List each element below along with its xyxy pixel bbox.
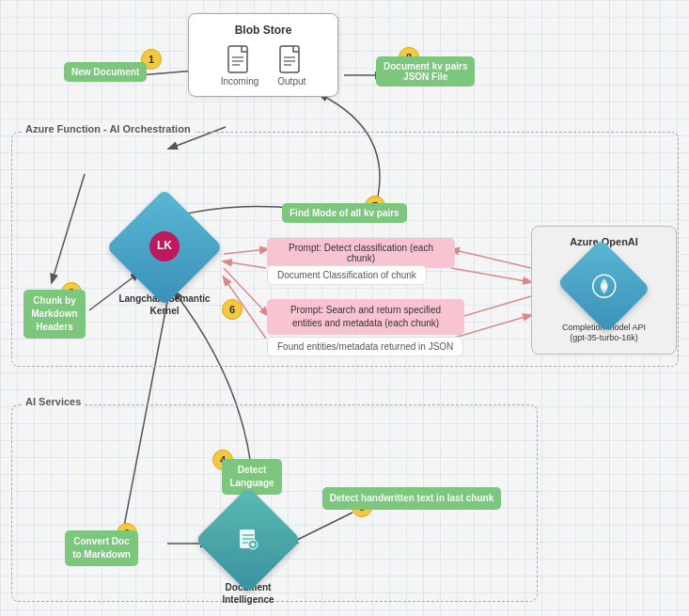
azure-openai-box: Azure OpenAI Completion model API (gpt-3…: [531, 226, 677, 355]
prompt-classify-node: Prompt: Detect classification (each chun…: [267, 238, 455, 268]
detect-language-label: Detect Language: [222, 459, 281, 495]
doc-classification-label: Document Classification of chunk: [267, 265, 427, 285]
entities-returned-label: Found entities/metadata returned in JSON: [267, 337, 463, 356]
svg-rect-14: [228, 46, 247, 72]
completion-model-icon: [587, 269, 621, 303]
prompt-search-label: Prompt: Search and return specified enti…: [267, 299, 464, 335]
chunk-markdown-node: Chunk by Markdown Headers: [17, 290, 92, 339]
entities-returned-node: Found entities/metadata returned in JSON: [267, 337, 463, 356]
doc-intelligence-wrap: Document Intelligence: [201, 502, 295, 606]
blob-store-title: Blob Store: [208, 24, 319, 37]
completion-model-diamond: [557, 239, 650, 332]
lk-icon: LK: [149, 231, 180, 261]
prompt-search-node: Prompt: Search and return specified enti…: [267, 299, 464, 335]
new-document-node: New Document: [64, 62, 147, 82]
langchain-diamond: LK: [106, 189, 223, 306]
document-kv-node: Document kv pairs JSON File: [376, 56, 475, 87]
convert-doc-node: Convert Doc to Markdown: [55, 530, 149, 566]
doc-intelligence-icon: [232, 524, 264, 556]
doc-classification-node: Document Classification of chunk: [267, 265, 427, 285]
incoming-doc: Incoming: [221, 44, 259, 87]
diagram: Blob Store Incoming: [0, 0, 689, 616]
chunk-markdown-label: Chunk by Markdown Headers: [23, 290, 85, 339]
doc-intelligence-diamond: [195, 486, 301, 592]
detect-handwritten-label: Detect handwritten text in last chunk: [322, 487, 501, 510]
detect-language-node: Detect Language: [214, 459, 290, 495]
completion-model-wrap: Completion model API (gpt-35-turbo-16k): [559, 255, 649, 344]
svg-rect-18: [280, 46, 299, 72]
blob-icons: Incoming Output: [208, 44, 319, 87]
detect-handwritten-node: Detect handwritten text in last chunk: [355, 487, 468, 510]
langchain-icon: LK: [146, 228, 183, 267]
incoming-label: Incoming: [221, 76, 259, 87]
output-label: Output: [277, 76, 305, 87]
prompt-classify-label: Prompt: Detect classification (each chun…: [267, 238, 455, 268]
langchain-wrap: LK Langchain Semantic Kernel: [113, 205, 216, 318]
convert-doc-label: Convert Doc to Markdown: [65, 530, 138, 566]
azure-function-label: Azure Function - AI Orchestration: [22, 123, 195, 134]
output-doc: Output: [277, 44, 305, 87]
blob-store-box: Blob Store Incoming: [188, 13, 338, 97]
find-mode-label: Find Mode of all kv pairs: [282, 203, 407, 223]
new-document-label: New Document: [64, 62, 147, 82]
output-doc-icon: [278, 44, 305, 76]
find-mode-node: Find Mode of all kv pairs: [282, 203, 407, 223]
document-kv-label: Document kv pairs JSON File: [376, 56, 475, 87]
step-6: 6: [222, 299, 243, 320]
ai-services-label: AI Services: [22, 396, 85, 407]
incoming-doc-icon: [227, 44, 253, 76]
